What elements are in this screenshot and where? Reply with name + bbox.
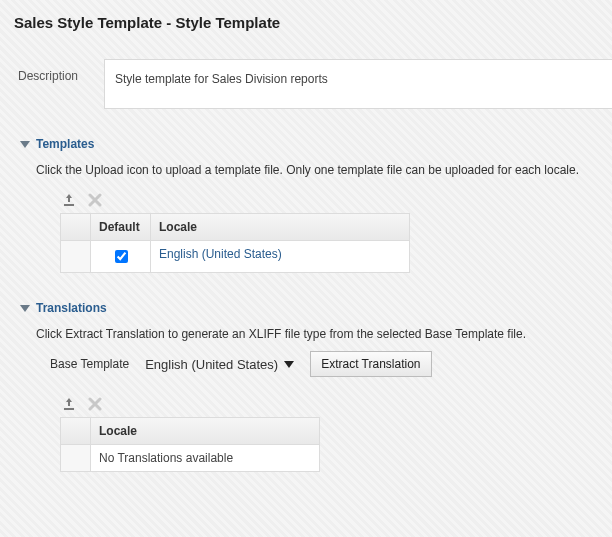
translations-instructions: Click Extract Translation to generate an… bbox=[36, 327, 612, 341]
translations-heading: Translations bbox=[36, 301, 107, 315]
templates-toolbar bbox=[60, 187, 612, 213]
table-row[interactable]: English (United States) bbox=[61, 241, 409, 272]
col-locale-header: Locale bbox=[151, 214, 409, 240]
page-title: Sales Style Template - Style Template bbox=[0, 0, 612, 41]
default-checkbox[interactable] bbox=[115, 250, 128, 263]
templates-section: Templates Click the Upload icon to uploa… bbox=[14, 137, 612, 273]
col-locale-header: Locale bbox=[91, 418, 319, 444]
col-default-header: Default bbox=[91, 214, 151, 240]
base-template-label: Base Template bbox=[50, 357, 129, 371]
table-row: No Translations available bbox=[61, 445, 319, 471]
templates-heading: Templates bbox=[36, 137, 94, 151]
locale-link[interactable]: English (United States) bbox=[159, 247, 282, 261]
upload-icon[interactable] bbox=[60, 395, 78, 413]
upload-icon[interactable] bbox=[60, 191, 78, 209]
base-template-value: English (United States) bbox=[145, 357, 278, 372]
templates-instructions: Click the Upload icon to upload a templa… bbox=[36, 163, 612, 177]
description-row: Description Style template for Sales Div… bbox=[14, 59, 612, 109]
translations-table: Locale No Translations available bbox=[60, 417, 320, 472]
translations-header[interactable]: Translations bbox=[20, 301, 612, 315]
templates-header[interactable]: Templates bbox=[20, 137, 612, 151]
svg-rect-0 bbox=[64, 204, 74, 206]
description-value[interactable]: Style template for Sales Division report… bbox=[104, 59, 612, 109]
translations-empty: No Translations available bbox=[91, 445, 319, 471]
translations-toolbar bbox=[60, 391, 612, 417]
delete-icon[interactable] bbox=[86, 395, 104, 413]
svg-rect-1 bbox=[64, 408, 74, 410]
translations-section: Translations Click Extract Translation t… bbox=[14, 301, 612, 472]
base-template-select[interactable]: English (United States) bbox=[139, 353, 300, 376]
templates-table: Default Locale English (United States) bbox=[60, 213, 410, 273]
collapse-icon bbox=[20, 141, 30, 148]
chevron-down-icon bbox=[284, 361, 294, 368]
extract-translation-button[interactable]: Extract Translation bbox=[310, 351, 431, 377]
description-label: Description bbox=[14, 59, 104, 109]
delete-icon[interactable] bbox=[86, 191, 104, 209]
collapse-icon bbox=[20, 305, 30, 312]
